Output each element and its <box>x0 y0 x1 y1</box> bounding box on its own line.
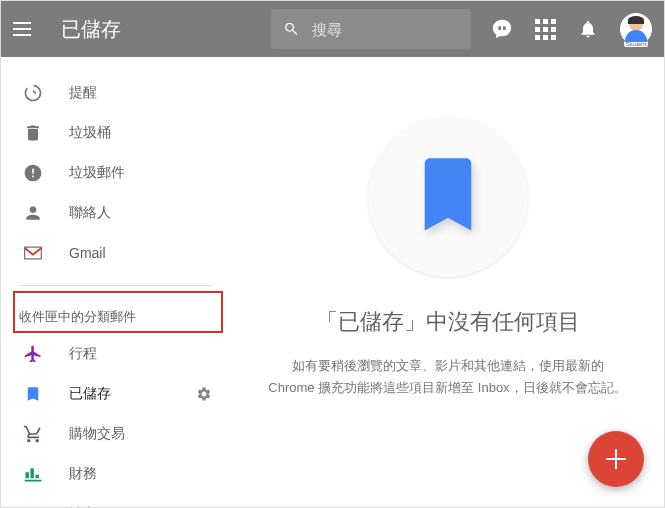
search-box[interactable] <box>271 9 471 49</box>
sidebar-item-label: 購物交易 <box>69 425 125 443</box>
spam-icon <box>21 163 45 183</box>
sidebar-item-gmail[interactable]: Gmail <box>1 233 230 273</box>
sidebar-item-contacts[interactable]: 聯絡人 <box>1 193 230 233</box>
person-icon <box>21 203 45 223</box>
sidebar-item-label: Gmail <box>69 245 106 261</box>
bookmark-icon <box>21 385 45 403</box>
notifications-icon[interactable] <box>578 19 598 39</box>
sidebar-item-finance[interactable]: 財務 <box>1 454 230 494</box>
sidebar-item-spam[interactable]: 垃圾郵件 <box>1 153 230 193</box>
sidebar-item-label: 聯絡人 <box>69 204 111 222</box>
sidebar-item-snoozed[interactable]: 提醒 <box>1 73 230 113</box>
trash-icon <box>21 123 45 143</box>
page-title: 已儲存 <box>61 16 121 43</box>
search-icon <box>283 19 300 39</box>
sidebar-item-label: 社交 <box>69 505 97 507</box>
plane-icon <box>21 344 45 364</box>
cart-icon <box>21 424 45 444</box>
divider <box>19 285 212 286</box>
sidebar-item-label: 提醒 <box>69 84 97 102</box>
sidebar-section-label: 收件匣中的分類郵件 <box>1 298 230 334</box>
sidebar-item-trash[interactable]: 垃圾桶 <box>1 113 230 153</box>
apps-icon[interactable] <box>535 19 556 40</box>
gmail-icon <box>21 245 45 261</box>
sidebar-item-social[interactable]: 社交 <box>1 494 230 507</box>
compose-button[interactable] <box>588 431 644 487</box>
snooze-icon <box>21 83 45 103</box>
sidebar-item-trips[interactable]: 行程 <box>1 334 230 374</box>
sidebar-item-purchases[interactable]: 購物交易 <box>1 414 230 454</box>
avatar[interactable]: Student <box>620 13 652 45</box>
sidebar-item-label: 已儲存 <box>69 385 111 403</box>
menu-icon[interactable] <box>13 22 37 36</box>
empty-state-subtitle: 如有要稍後瀏覽的文章、影片和其他連結，使用最新的 Chrome 擴充功能將這些項… <box>268 355 628 399</box>
bookmark-icon <box>417 158 479 236</box>
empty-state-title: 「已儲存」中沒有任何項目 <box>316 307 580 337</box>
sidebar: 提醒 垃圾桶 垃圾郵件 聯絡人 Gmail 收件匣中的分類郵件 行程 已儲存 <box>1 57 231 507</box>
gear-icon[interactable] <box>196 386 212 402</box>
sidebar-item-label: 垃圾桶 <box>69 124 111 142</box>
sidebar-item-saved[interactable]: 已儲存 <box>1 374 230 414</box>
sidebar-item-label: 行程 <box>69 345 97 363</box>
finance-icon <box>21 464 45 484</box>
hangouts-icon[interactable] <box>491 18 513 40</box>
sidebar-item-label: 財務 <box>69 465 97 483</box>
app-header: 已儲存 Student <box>1 1 664 57</box>
people-icon <box>21 504 45 507</box>
sidebar-item-label: 垃圾郵件 <box>69 164 125 182</box>
empty-state-illustration <box>368 117 528 277</box>
search-input[interactable] <box>312 21 459 38</box>
